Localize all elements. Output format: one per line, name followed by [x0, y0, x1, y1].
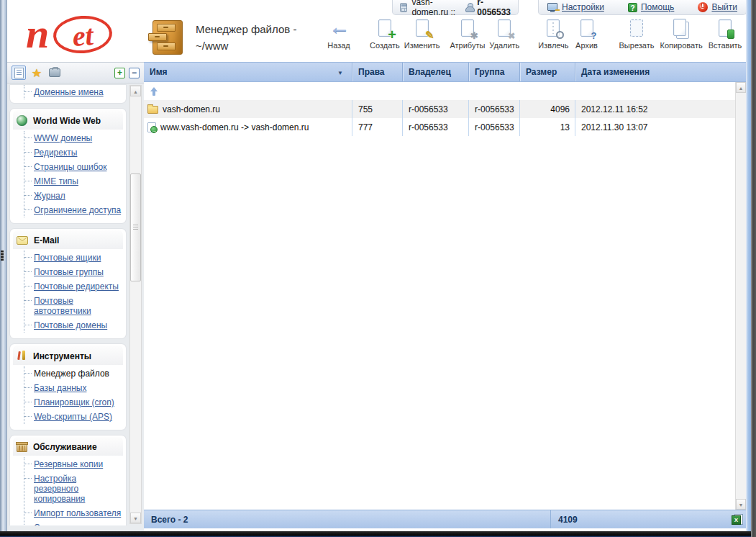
- toolbar-button[interactable]: Архив: [573, 19, 601, 50]
- file-list-scrollbar[interactable]: [735, 82, 746, 510]
- sidebar-link[interactable]: Планировщик (cron): [34, 397, 114, 407]
- sidebar-link[interactable]: Резервные копии: [34, 459, 103, 469]
- toolbar-button[interactable]: Копировать: [660, 19, 702, 50]
- sidebar-link[interactable]: Базы данных: [34, 383, 86, 393]
- sidebar-section-title: Обслуживание: [33, 442, 97, 452]
- toolbar-button[interactable]: Вырезать: [619, 19, 655, 50]
- sidebar-item[interactable]: Импорт пользователя: [24, 506, 123, 520]
- sidebar-link[interactable]: Почтовые ящики: [34, 253, 101, 263]
- toolbar-button[interactable]: Атрибуты: [450, 19, 485, 50]
- mail-icon: [17, 236, 28, 245]
- sidebar-link[interactable]: Настройка резервного копирования: [34, 474, 85, 504]
- up-dir-icon[interactable]: [148, 86, 160, 97]
- app-window: vash-domen.ru :: r-0056533 Настройки Пом…: [0, 0, 756, 537]
- excel-export-icon[interactable]: [732, 514, 743, 525]
- attributes-icon: [455, 19, 480, 39]
- scrollbar-thumb[interactable]: [130, 173, 141, 281]
- sidebar-item[interactable]: Ограничение доступа: [24, 203, 123, 217]
- sidebar-link[interactable]: Почтовые домены: [34, 320, 107, 330]
- expand-all-button[interactable]: [114, 68, 125, 78]
- sidebar-item[interactable]: Почтовые группы: [24, 265, 123, 279]
- file-rows: vash-domen.ru 755 r-0056533 r-0056533 40…: [144, 100, 735, 136]
- back-icon: [327, 19, 351, 39]
- sidebar-item[interactable]: Менеджер файлов: [24, 366, 123, 381]
- sidebar-link[interactable]: Журнал: [34, 191, 65, 201]
- sidebar-item[interactable]: Базы данных: [24, 381, 123, 395]
- sidebar-link[interactable]: Редиректы: [34, 148, 77, 158]
- settings-link[interactable]: Настройки: [562, 2, 604, 12]
- sidebar-menu: Доменные имена World Wide Web WWW домены: [9, 84, 127, 525]
- sort-desc-icon[interactable]: [337, 67, 343, 77]
- sidebar-link[interactable]: Доменные имена: [34, 87, 104, 97]
- file-size: 13: [520, 118, 575, 136]
- sidebar-link[interactable]: Сохранить данные: [34, 523, 109, 525]
- current-user: r-0056533: [477, 0, 511, 17]
- sidebar-item[interactable]: Резервные копии: [24, 457, 123, 471]
- sidebar-link[interactable]: Почтовые группы: [34, 267, 104, 277]
- sidebar-link[interactable]: Ограничение доступа: [34, 205, 121, 215]
- create-icon: [373, 19, 397, 39]
- account-info-bar: vash-domen.ru :: r-0056533: [392, 0, 519, 15]
- column-header-perms[interactable]: Права: [352, 63, 403, 81]
- sidebar-item[interactable]: Почтовые автоответчики: [24, 294, 123, 318]
- delete-icon: [492, 19, 516, 39]
- logout-menu-item[interactable]: Выйти: [698, 2, 737, 12]
- sidebar-scrollbar[interactable]: [129, 85, 142, 524]
- help-link[interactable]: Помощь: [641, 2, 674, 12]
- settings-menu-item[interactable]: Настройки: [547, 2, 604, 12]
- scroll-up-icon[interactable]: [130, 86, 141, 96]
- briefcase-icon[interactable]: [47, 66, 62, 80]
- toolbar-button[interactable]: Создать: [370, 19, 400, 50]
- sidebar-item[interactable]: Планировщик (cron): [24, 395, 123, 410]
- file-name: www.vash-domen.ru -> vash-domen.ru: [160, 122, 309, 132]
- scroll-down-icon[interactable]: [130, 513, 141, 523]
- total-count: Всего - 2: [144, 510, 550, 528]
- help-menu-item[interactable]: Помощь: [628, 2, 674, 12]
- sidebar-item[interactable]: Настройка резервного копирования: [24, 471, 123, 506]
- toolbar-button[interactable]: Изменить: [404, 19, 440, 50]
- sidebar-item[interactable]: MIME типы: [24, 174, 123, 189]
- sidebar-link[interactable]: Импорт пользователя: [34, 508, 121, 518]
- sidebar-item[interactable]: Почтовые домены: [24, 318, 123, 333]
- sidebar-link[interactable]: Менеджер файлов: [34, 369, 109, 379]
- sidebar-link[interactable]: Web-скрипты (APS): [34, 412, 112, 422]
- sidebar-link[interactable]: Почтовые редиректы: [34, 281, 119, 292]
- sidebar-link[interactable]: Страницы ошибок: [34, 162, 106, 172]
- sidebar-link[interactable]: MIME типы: [34, 176, 78, 186]
- column-header-owner[interactable]: Владелец: [403, 63, 469, 81]
- sidebar-item[interactable]: Почтовые ящики: [24, 251, 123, 265]
- sidebar-item[interactable]: Сохранить данные: [24, 520, 123, 525]
- file-row[interactable]: www.vash-domen.ru -> vash-domen.ru 777 r…: [144, 118, 735, 136]
- scroll-up-icon[interactable]: [736, 82, 746, 93]
- archive-icon: [575, 19, 599, 39]
- toolbar-button[interactable]: Назад: [325, 19, 352, 50]
- sidebar-link[interactable]: WWW домены: [34, 133, 92, 143]
- toolbar-button[interactable]: Извлечь: [538, 19, 568, 50]
- column-header-name[interactable]: Имя: [144, 63, 352, 81]
- sidebar-item[interactable]: Web-скрипты (APS): [24, 410, 123, 424]
- resize-handle[interactable]: [1, 251, 4, 261]
- sidebar-link[interactable]: Почтовые автоответчики: [34, 296, 91, 316]
- sidebar-item[interactable]: Почтовые редиректы: [24, 279, 123, 294]
- file-row[interactable]: vash-domen.ru 755 r-0056533 r-0056533 40…: [144, 100, 735, 118]
- column-header-date[interactable]: Дата изменения: [575, 63, 746, 81]
- sidebar-item[interactable]: WWW домены: [24, 131, 123, 145]
- favorites-star-icon[interactable]: [29, 66, 44, 80]
- collapse-all-button[interactable]: [129, 68, 140, 78]
- sidebar-item[interactable]: Редиректы: [24, 145, 123, 160]
- sidebar-item[interactable]: Журнал: [24, 189, 123, 203]
- sidebar-section: World Wide Web WWW домены Редиректы Стра…: [10, 109, 126, 223]
- file-group: r-0056533: [469, 100, 520, 118]
- toolbar-button[interactable]: Вставить: [709, 19, 742, 50]
- list-view-icon[interactable]: [12, 66, 26, 80]
- toolbar-button[interactable]: Удалить: [489, 19, 519, 50]
- column-header-group[interactable]: Группа: [469, 63, 520, 81]
- column-header-size[interactable]: Размер: [520, 63, 575, 81]
- sidebar-item[interactable]: Доменные имена: [24, 85, 123, 99]
- scroll-down-icon[interactable]: [736, 499, 746, 510]
- sidebar-item[interactable]: Страницы ошибок: [24, 160, 123, 174]
- window-inner-border: [746, 0, 751, 531]
- symlink-icon: [147, 122, 156, 132]
- parent-dir-row[interactable]: [144, 82, 735, 100]
- logout-link[interactable]: Выйти: [711, 2, 737, 12]
